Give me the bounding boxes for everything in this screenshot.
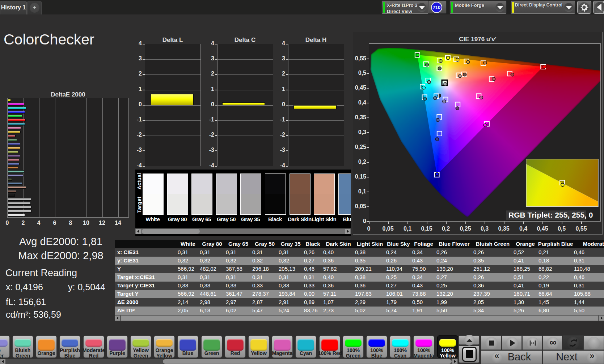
svg-text:RGB Triplet: 255, 255, 0: RGB Triplet: 255, 255, 0 [508, 211, 593, 219]
svg-text:∞: ∞ [549, 337, 556, 348]
